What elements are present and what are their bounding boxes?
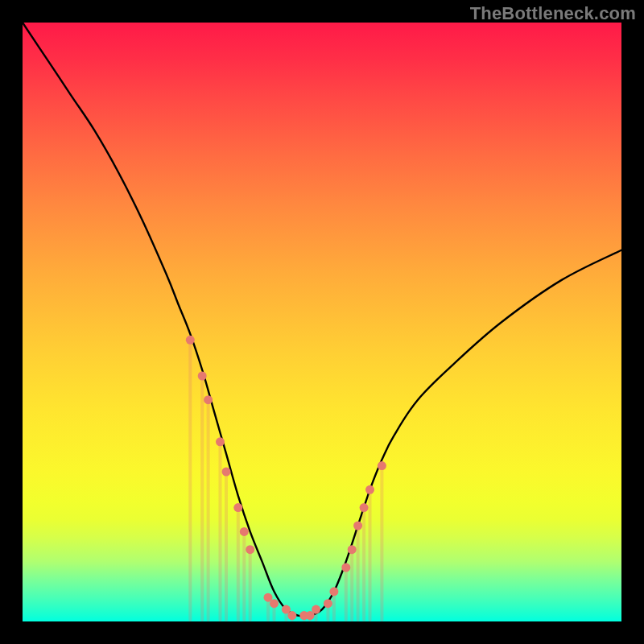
svg-point-43 — [365, 485, 374, 494]
svg-point-37 — [348, 545, 357, 554]
plot-area — [23, 23, 621, 621]
svg-point-1 — [186, 336, 195, 345]
svg-point-39 — [353, 522, 362, 530]
bottleneck-curve — [23, 23, 621, 617]
chart-svg — [23, 23, 621, 621]
svg-point-11 — [233, 503, 242, 512]
svg-point-41 — [360, 503, 369, 512]
svg-point-31 — [324, 599, 332, 608]
svg-point-35 — [341, 564, 350, 572]
svg-point-13 — [240, 527, 249, 536]
svg-point-9 — [222, 468, 231, 477]
watermark-text: TheBottleneck.com — [470, 3, 636, 24]
svg-point-7 — [216, 437, 225, 446]
svg-point-29 — [312, 605, 320, 614]
highlighted-points — [186, 336, 386, 620]
svg-point-45 — [378, 461, 386, 470]
chart-frame: TheBottleneck.com — [0, 0, 644, 644]
svg-point-33 — [329, 587, 338, 596]
svg-point-19 — [270, 599, 279, 608]
svg-point-3 — [198, 372, 207, 381]
svg-point-23 — [287, 611, 296, 620]
svg-point-5 — [204, 395, 213, 404]
svg-point-15 — [246, 545, 254, 554]
